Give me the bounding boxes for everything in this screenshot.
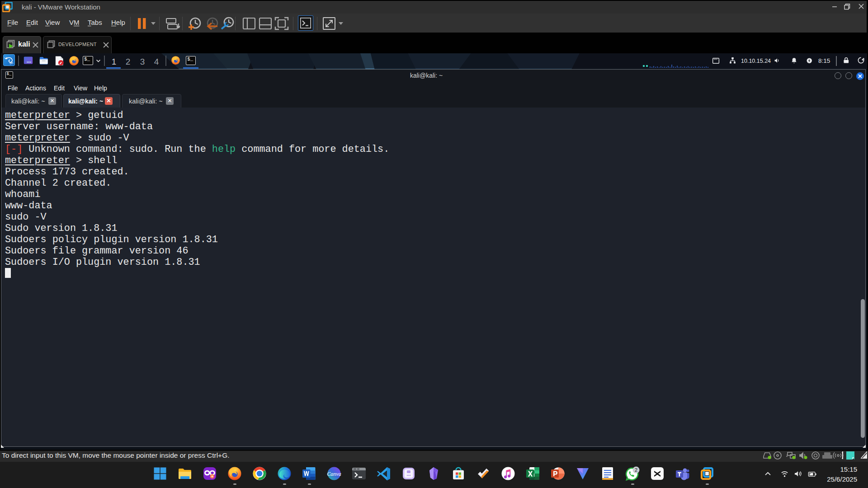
svg-text:Canva: Canva (327, 471, 341, 477)
svg-text:2: 2 (635, 467, 637, 473)
